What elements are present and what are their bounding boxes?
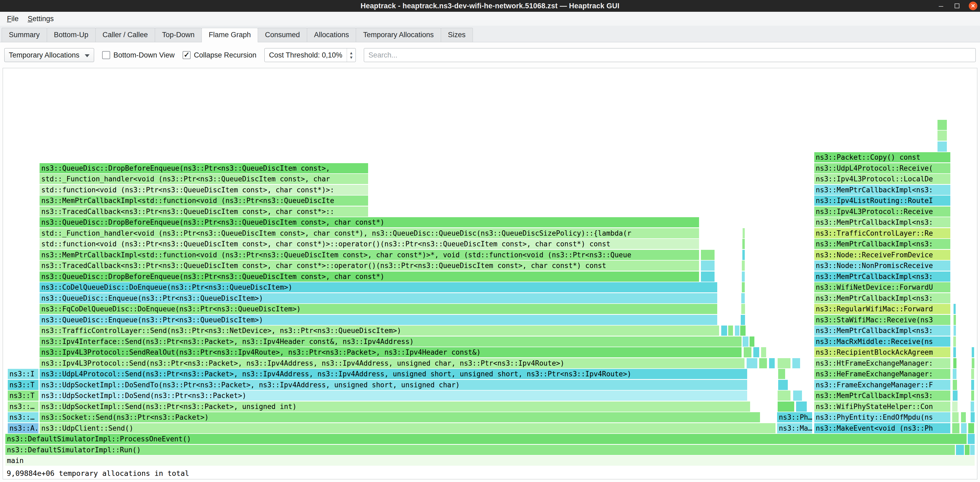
flame-bar[interactable]: ns3::FrameExchangeManager::F <box>814 380 950 390</box>
flame-bar[interactable] <box>792 358 800 368</box>
flame-bar[interactable] <box>953 380 957 390</box>
flame-bar[interactable] <box>793 391 802 401</box>
flame-bar[interactable]: ns3::A. <box>8 423 38 433</box>
flame-bar[interactable] <box>953 358 957 368</box>
flame-bar[interactable]: ns3::… <box>8 412 38 422</box>
maximize-button[interactable] <box>952 1 962 11</box>
tab-flame-graph[interactable]: Flame Graph <box>202 28 258 42</box>
flame-bar[interactable]: ns3::Node::ReceiveFromDevice <box>814 250 950 260</box>
close-button[interactable]: ✕ <box>968 1 978 11</box>
flame-bar[interactable] <box>778 369 785 379</box>
tab-temporary-allocations[interactable]: Temporary Allocations <box>356 28 441 42</box>
flame-bar[interactable]: ns3::UdpSocketImpl::DoSendTo(ns3::Ptr<ns… <box>40 380 747 390</box>
flame-bar[interactable] <box>740 326 746 336</box>
flame-bar[interactable]: ns3::RecipientBlockAckAgreem <box>814 347 950 358</box>
flame-bar[interactable] <box>937 120 947 130</box>
flame-bar[interactable] <box>741 304 745 314</box>
flame-bar[interactable]: ns3::Packet::Copy() const <box>814 152 950 162</box>
flame-bar[interactable] <box>743 337 748 347</box>
flame-bar[interactable]: ns3::FqCoDelQueueDisc::DoEnqueue(ns3::Pt… <box>40 304 717 314</box>
flame-bar[interactable]: ns3::MemPtrCallbackImpl<ns3: <box>814 271 950 282</box>
flame-bar[interactable] <box>937 142 947 152</box>
flame-bar[interactable] <box>953 337 956 347</box>
flame-bar[interactable]: ns3::UdpClient::Send() <box>40 423 775 433</box>
spin-up-icon[interactable]: ▲ <box>349 51 353 55</box>
tab-top-down[interactable]: Top-Down <box>155 28 202 42</box>
flame-bar[interactable]: ns3::Ma… <box>777 423 812 433</box>
flame-bar[interactable]: ns3::MakeEvent<void (ns3::Ph <box>814 423 950 433</box>
flame-bar[interactable] <box>965 445 970 455</box>
checkbox-icon[interactable] <box>183 51 191 59</box>
flame-bar[interactable] <box>971 369 974 379</box>
tab-sizes[interactable]: Sizes <box>441 28 473 42</box>
view-mode-select[interactable]: Temporary Allocations <box>4 48 94 62</box>
flame-bar[interactable] <box>971 391 974 401</box>
flame-bar[interactable] <box>749 337 754 347</box>
flame-bar[interactable]: ns3::MemPtrCallbackImpl<ns3: <box>814 185 950 195</box>
flame-bar[interactable]: ns3::HtFrameExchangeManager: <box>814 358 950 368</box>
flame-bar[interactable] <box>778 391 790 401</box>
flame-bar[interactable]: main <box>5 455 975 466</box>
bottom-down-view-checkbox[interactable]: Bottom-Down View <box>102 51 175 59</box>
flame-bar[interactable] <box>956 445 964 455</box>
tab-bottom-up[interactable]: Bottom-Up <box>47 28 96 42</box>
flame-bar[interactable] <box>968 434 974 444</box>
flame-bar[interactable] <box>972 358 974 368</box>
flame-bar[interactable]: ns3::TracedCallback<ns3::Ptr<ns3::QueueD… <box>40 260 699 271</box>
flame-bar[interactable] <box>961 423 967 433</box>
flame-bar[interactable]: ns3::T <box>8 380 38 390</box>
flame-bar[interactable]: ns3::MemPtrCallbackImpl<ns3: <box>814 217 950 227</box>
flame-bar[interactable]: ns3::DefaultSimulatorImpl::ProcessOneEve… <box>5 434 967 444</box>
flame-bar[interactable]: std::function<void (ns3::Ptr<ns3::QueueD… <box>40 239 699 249</box>
collapse-recursion-checkbox[interactable]: Collapse Recursion <box>183 51 256 59</box>
flame-bar[interactable]: ns3::MemPtrCallbackImpl<ns3: <box>814 239 950 249</box>
flame-bar[interactable]: ns3::MemPtrCallbackImpl<ns3: <box>814 293 950 303</box>
flame-bar[interactable]: ns3::RegularWifiMac::Forward <box>814 304 950 314</box>
flame-bar[interactable]: ns3::UdpL4Protocol::Receive( <box>814 163 950 173</box>
flame-bar[interactable] <box>744 347 751 358</box>
flame-bar[interactable]: ns3::Ipv4L3Protocol::SendRealOut(ns3::Pt… <box>40 347 741 358</box>
flame-bar[interactable] <box>753 347 759 358</box>
checkbox-icon[interactable] <box>102 51 110 59</box>
flame-bar[interactable] <box>953 315 956 325</box>
flame-bar[interactable]: ns3::MemPtrCallbackImpl<ns3: <box>814 326 950 336</box>
flame-bar[interactable]: ns3::MacRxMiddle::Receive(ns <box>814 337 950 347</box>
flame-bar[interactable]: ns3::UdpSocketImpl::DoSend(ns3::Ptr<ns3:… <box>40 391 747 401</box>
flame-bar[interactable]: std::_Function_handler<void (ns3::Ptr<ns… <box>40 174 368 184</box>
flame-bar[interactable]: ns3::CoDelQueueDisc::DoEnqueue(ns3::Ptr<… <box>40 282 717 292</box>
tab-consumed[interactable]: Consumed <box>258 28 307 42</box>
flame-bar[interactable] <box>741 315 745 325</box>
flame-bar[interactable]: ns3::StaWifiMac::Receive(ns3 <box>814 315 950 325</box>
flame-bar[interactable]: ns3::WifiNetDevice::ForwardU <box>814 282 950 292</box>
flame-bar[interactable]: ns3::DefaultSimulatorImpl::Run() <box>5 445 955 455</box>
flame-bar[interactable] <box>742 260 745 271</box>
flame-bar[interactable]: ns3::WifiPhyStateHelper::Con <box>814 402 950 412</box>
flame-graph-canvas[interactable]: mainns3::DefaultSimulatorImpl::Run()ns3:… <box>3 68 977 479</box>
flame-bar[interactable] <box>972 347 974 358</box>
flame-bar[interactable]: ns3::HeFrameExchangeManager: <box>814 369 950 379</box>
search-input[interactable] <box>364 48 976 62</box>
flame-bar[interactable] <box>769 358 775 368</box>
flame-bar[interactable] <box>953 347 956 358</box>
flame-bar[interactable]: ns3::MemPtrCallbackImpl<ns3: <box>814 391 950 401</box>
flame-bar[interactable]: ns3::QueueDisc::DropBeforeEnqueue(ns3::P… <box>40 217 699 227</box>
menu-file[interactable]: File <box>3 13 23 25</box>
flame-bar[interactable] <box>937 131 947 141</box>
flame-bar[interactable] <box>953 391 958 401</box>
flame-bar[interactable]: ns3::UdpL4Protocol::Send(ns3::Ptr<ns3::P… <box>40 369 747 379</box>
tab-caller-callee[interactable]: Caller / Callee <box>95 28 155 42</box>
flame-bar[interactable]: ns3::Ipv4L3Protocol::LocalDe <box>814 174 950 184</box>
flame-bar[interactable]: ns3::QueueDisc::DropBeforeEnqueue(ns3::P… <box>40 163 368 173</box>
flame-bar[interactable] <box>970 402 974 412</box>
flame-bar[interactable]: std::function<void (ns3::Ptr<ns3::QueueD… <box>40 185 368 195</box>
flame-bar[interactable] <box>952 402 958 412</box>
flame-bar[interactable] <box>761 347 766 358</box>
flame-bar[interactable]: ns3::Ipv4L3Protocol::Send(ns3::Ptr<ns3::… <box>40 358 744 368</box>
flame-bar[interactable] <box>721 326 727 336</box>
flame-bar[interactable]: ns3::MemPtrCallbackImpl<std::function<vo… <box>40 196 368 206</box>
flame-bar[interactable] <box>968 423 974 433</box>
flame-bar[interactable] <box>747 358 757 368</box>
flame-bar[interactable] <box>778 402 794 412</box>
flame-bar[interactable]: ns3::… <box>8 402 38 412</box>
flame-bar[interactable] <box>971 380 974 390</box>
